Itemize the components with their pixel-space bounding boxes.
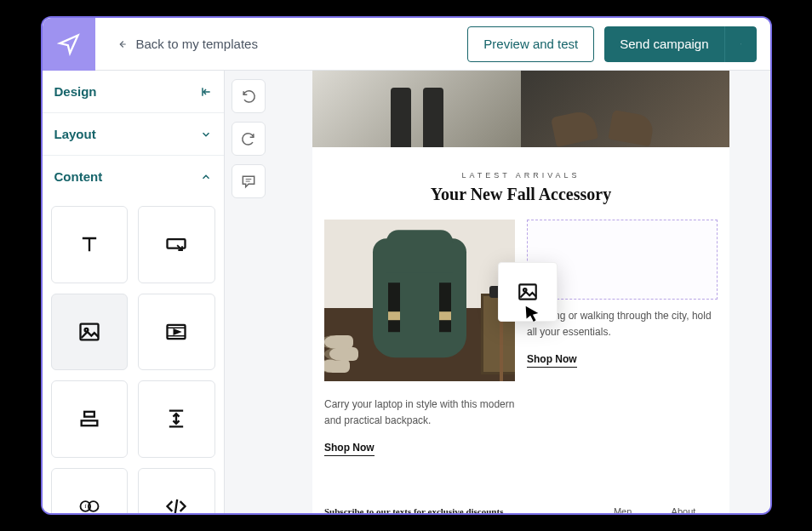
two-column-row: Carry your laptop in style with this mod… <box>312 220 729 456</box>
footer-links-2: About Account Contact Us <box>672 506 718 513</box>
text-icon <box>77 232 101 256</box>
video-icon <box>164 320 188 344</box>
preview-label: Preview and test <box>483 37 578 51</box>
drag-ghost <box>498 262 558 322</box>
redo-icon <box>240 130 257 147</box>
footer-subscribe[interactable]: Subscribe to our texts for exclusive dis… <box>324 506 588 513</box>
headline[interactable]: Your New Fall Accessory <box>312 185 729 204</box>
block-html[interactable] <box>138 468 215 514</box>
brand-logo[interactable] <box>43 18 95 71</box>
svg-text:f: f <box>84 503 87 510</box>
arrow-left-icon <box>116 38 128 50</box>
back-link[interactable]: Back to my templates <box>116 37 258 51</box>
section-design[interactable]: Design <box>43 71 224 113</box>
svg-rect-4 <box>84 412 94 417</box>
send-button-group: Send campaign <box>604 26 756 62</box>
section-content-label: Content <box>54 169 103 184</box>
send-label: Send campaign <box>620 37 708 51</box>
footer-links-1: Men Women Kids <box>614 506 646 513</box>
send-dropdown-button[interactable] <box>724 26 757 62</box>
sidebar: Design Layout Content <box>43 71 225 513</box>
product-image-left[interactable] <box>324 220 515 381</box>
chevron-up-icon <box>200 171 212 183</box>
send-button[interactable]: Send campaign <box>604 26 723 62</box>
comments-button[interactable] <box>232 164 266 198</box>
svg-rect-5 <box>81 421 97 426</box>
undo-icon <box>240 88 257 105</box>
canvas[interactable]: LATEST ARRIVALS Your New Fall Accessory <box>272 71 770 513</box>
shop-link-left[interactable]: Shop Now <box>324 442 375 456</box>
image-icon <box>517 281 539 303</box>
section-content[interactable]: Content <box>43 156 224 197</box>
comment-icon <box>240 173 257 190</box>
image-icon <box>77 320 101 344</box>
code-icon <box>164 494 188 513</box>
column-right: re hiking or walking through the city, h… <box>527 220 718 456</box>
spacer-icon <box>164 407 188 431</box>
column-left: Carry your laptop in style with this mod… <box>324 220 515 456</box>
block-spacer[interactable] <box>138 380 215 458</box>
collapse-left-icon <box>200 86 212 98</box>
block-button[interactable] <box>138 206 215 283</box>
caret-down-icon <box>741 40 741 49</box>
email-preview: LATEST ARRIVALS Your New Fall Accessory <box>312 71 729 513</box>
social-icon: f <box>77 494 101 513</box>
topbar: Back to my templates Preview and test Se… <box>43 18 770 71</box>
tool-column <box>225 71 272 513</box>
email-footer: Subscribe to our texts for exclusive dis… <box>312 482 729 513</box>
footer-link[interactable]: About <box>672 506 696 513</box>
block-columns[interactable] <box>51 380 129 458</box>
button-icon <box>164 232 188 256</box>
block-text[interactable] <box>51 206 129 283</box>
block-image[interactable] <box>51 294 129 371</box>
footer-link[interactable]: Men <box>614 506 632 513</box>
hero-left-image <box>312 71 521 147</box>
preview-button[interactable]: Preview and test <box>467 26 594 62</box>
columns-icon <box>77 407 101 431</box>
shop-link-right[interactable]: Shop Now <box>527 353 577 368</box>
redo-button[interactable] <box>232 122 266 156</box>
app-frame: Back to my templates Preview and test Se… <box>43 18 770 513</box>
hero-right-image <box>521 71 729 147</box>
section-title: LATEST ARRIVALS Your New Fall Accessory <box>312 147 729 220</box>
back-label: Back to my templates <box>136 37 258 51</box>
section-design-label: Design <box>54 84 97 99</box>
section-layout[interactable]: Layout <box>43 113 224 156</box>
content-blocks: f <box>43 197 224 513</box>
undo-button[interactable] <box>232 79 266 113</box>
body: Design Layout Content <box>43 71 770 513</box>
product-desc-left[interactable]: Carry your laptop in style with this mod… <box>324 397 515 428</box>
cursor-icon <box>523 304 541 323</box>
hero-image[interactable] <box>312 71 729 147</box>
block-video[interactable] <box>138 294 215 371</box>
send-icon <box>57 32 81 56</box>
section-layout-label: Layout <box>54 127 96 141</box>
block-social[interactable]: f <box>51 468 129 514</box>
eyebrow[interactable]: LATEST ARRIVALS <box>312 171 729 180</box>
chevron-down-icon <box>200 128 212 140</box>
